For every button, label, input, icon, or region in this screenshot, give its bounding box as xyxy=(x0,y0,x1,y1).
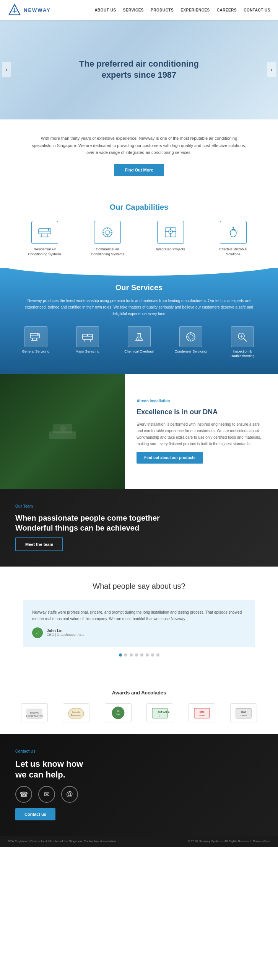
integrated-label: Integrated Projects xyxy=(156,247,185,252)
hero-arrow-right[interactable]: › xyxy=(267,62,276,77)
svg-rect-56 xyxy=(68,708,84,719)
capability-commercial: Commercial AirConditioning Systems xyxy=(78,221,137,256)
svg-line-47 xyxy=(244,338,247,341)
award-iso: ISO Certified xyxy=(230,703,257,722)
aircon-image-placeholder xyxy=(0,374,125,489)
svg-text:SG: SG xyxy=(117,710,119,712)
svg-point-35 xyxy=(87,335,88,336)
nav-contact[interactable]: CONTACT US xyxy=(244,8,270,12)
services-content: Our Services Newway produces the finest … xyxy=(11,283,267,358)
nav-about[interactable]: ABOUT US xyxy=(94,8,116,12)
aircon-section: Aircon Installation Excellence is in our… xyxy=(0,374,278,489)
dot-5[interactable] xyxy=(140,653,143,657)
svg-text:& CONSTRUCTION: & CONSTRUCTION xyxy=(26,715,43,717)
dot-4[interactable] xyxy=(135,653,138,657)
svg-text:SAFE: SAFE xyxy=(163,710,169,713)
svg-text:BUILDING: BUILDING xyxy=(30,712,39,714)
svg-point-5 xyxy=(48,229,49,231)
award-building: BUILDING & CONSTRUCTION xyxy=(21,703,48,722)
nav-careers[interactable]: CAREERS xyxy=(217,8,237,12)
dot-7[interactable] xyxy=(151,653,154,657)
contact-icons: ☎ ✉ @ xyxy=(15,786,263,803)
services-description: Newway produces the finest workmanship u… xyxy=(11,297,267,317)
svg-text:Mark: Mark xyxy=(116,713,120,715)
svg-line-26 xyxy=(236,232,238,232)
capabilities-heading: Our Capabilities xyxy=(15,203,263,212)
meet-team-button[interactable]: Meet the team xyxy=(15,537,63,551)
awards-heading: Awards and Accolades xyxy=(15,690,263,696)
dot-2[interactable] xyxy=(124,653,127,657)
svg-text:SME: SME xyxy=(199,711,204,713)
testimonial-dots xyxy=(23,653,255,657)
award-entrepreneur: Successful Entrepreneur xyxy=(63,703,89,722)
services-grid: General Servicing Major Servicing xyxy=(11,326,267,358)
service-condenser: Condenser Servicing xyxy=(166,326,215,358)
author-info: John Lin CEO | Grasshopper Asia xyxy=(47,629,84,637)
team-label: Our Team xyxy=(15,504,263,508)
dot-8[interactable] xyxy=(156,653,159,657)
dot-1[interactable] xyxy=(119,653,122,657)
contact-phone-icon[interactable]: ☎ xyxy=(15,786,32,803)
residential-icon xyxy=(31,221,58,244)
nav-services[interactable]: SERVICES xyxy=(123,8,144,12)
microbial-icon xyxy=(220,221,247,244)
svg-point-22 xyxy=(230,229,236,237)
capability-residential: Residential AirConditioning Systems xyxy=(15,221,74,256)
aircon-description: Every installation is performed with ins… xyxy=(137,421,267,447)
svg-point-39 xyxy=(138,338,140,340)
svg-text:3: 3 xyxy=(159,715,161,717)
author-title: CEO | Grasshopper Asia xyxy=(47,633,84,637)
testimonial-author: J John Lin CEO | Grasshopper Asia xyxy=(32,627,246,638)
svg-point-41 xyxy=(189,335,193,339)
footer-left: BCA Registered Contractor & Member of th… xyxy=(8,840,116,843)
contact-us-button[interactable]: Contact us xyxy=(15,808,55,820)
testimonials-heading: What people say about us? xyxy=(23,582,255,591)
footer-terms-link[interactable]: Terms of use xyxy=(253,840,270,843)
condenser-service-label: Condenser Servicing xyxy=(175,350,207,354)
capability-integrated: Integrated Projects xyxy=(141,221,200,256)
nav-experiences[interactable]: EXPERIENCES xyxy=(180,8,210,12)
award-bizsafe: biz SAFE 3 xyxy=(146,703,173,722)
find-out-more-button[interactable]: Find Out More xyxy=(114,164,164,176)
testimonial-box: Newway staffs were professional, sincere… xyxy=(23,600,255,647)
capability-microbial: Effective MicrobialSolutions xyxy=(204,221,263,256)
navigation: NEWWAY ABOUT US SERVICES PRODUCTS EXPERI… xyxy=(0,0,278,20)
services-section: Our Services Newway produces the finest … xyxy=(0,268,278,374)
award-sme: SME Award xyxy=(189,703,215,722)
svg-text:ISO: ISO xyxy=(241,710,246,713)
contact-email-icon[interactable]: ✉ xyxy=(38,786,55,803)
chemical-service-icon xyxy=(128,326,151,347)
svg-point-24 xyxy=(232,227,234,228)
awards-section: Awards and Accolades BUILDING & CONSTRUC… xyxy=(0,678,278,734)
major-service-label: Major Servicing xyxy=(75,350,99,354)
svg-line-25 xyxy=(229,232,230,232)
logo[interactable]: NEWWAY xyxy=(8,3,51,17)
inspection-service-label: Inspection &Troubleshooting xyxy=(230,350,254,358)
chemical-service-label: Chemical Overhaul xyxy=(124,350,154,354)
aircon-image xyxy=(0,374,125,489)
svg-point-29 xyxy=(37,334,38,335)
svg-text:Successful: Successful xyxy=(72,711,80,713)
dot-3[interactable] xyxy=(130,653,133,657)
svg-text:Entrepreneur: Entrepreneur xyxy=(71,714,81,716)
inspection-service-icon xyxy=(231,326,254,347)
contact-at-icon[interactable]: @ xyxy=(61,786,78,803)
team-section: Our Team When passionate people come tog… xyxy=(0,489,278,567)
commercial-label: Commercial AirConditioning Systems xyxy=(91,247,124,256)
aircon-cta-button[interactable]: Find out about our products xyxy=(137,452,203,464)
nav-products[interactable]: PRODUCTS xyxy=(151,8,174,12)
aircon-heading: Excellence is in our DNA xyxy=(137,408,267,416)
service-general: General Servicing xyxy=(11,326,60,358)
services-heading: Our Services xyxy=(11,283,267,292)
general-service-label: General Servicing xyxy=(22,350,50,354)
contact-heading: Let us know howwe can help. xyxy=(15,759,263,781)
service-major: Major Servicing xyxy=(63,326,112,358)
svg-point-10 xyxy=(105,230,110,235)
dot-6[interactable] xyxy=(146,653,149,657)
aircon-label: Aircon Installation xyxy=(137,399,267,403)
contact-label: Contact Us xyxy=(15,749,263,753)
award-sgmark: SG Mark xyxy=(105,703,132,722)
hero-arrow-left[interactable]: ‹ xyxy=(2,62,11,77)
footer: BCA Registered Contractor & Member of th… xyxy=(0,836,278,847)
contact-section: Contact Us Let us know howwe can help. ☎… xyxy=(0,734,278,836)
